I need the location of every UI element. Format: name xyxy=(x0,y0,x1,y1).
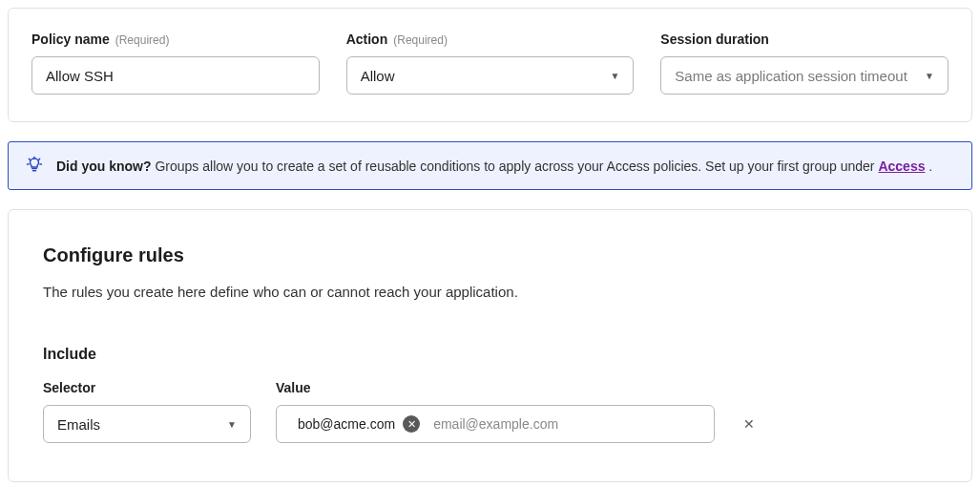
tag-text: bob@acme.com xyxy=(298,416,395,432)
policy-name-label: Policy name (Required) xyxy=(31,32,320,47)
configure-rules-card: Configure rules The rules you create her… xyxy=(8,209,972,482)
action-select-value: Allow xyxy=(361,68,395,84)
banner-link-access[interactable]: Access xyxy=(878,159,925,174)
label-text: Session duration xyxy=(660,32,769,47)
lightbulb-icon xyxy=(26,156,43,176)
policy-name-input-wrapper xyxy=(31,56,320,95)
rules-description: The rules you create here define who can… xyxy=(43,284,937,300)
value-column: Value bob@acme.com ✕ xyxy=(276,380,715,443)
banner-text: Did you know? Groups allow you to create… xyxy=(56,159,932,174)
caret-down-icon: ▼ xyxy=(227,419,237,430)
selector-label: Selector xyxy=(43,380,251,395)
selector-select[interactable]: Emails ▼ xyxy=(43,405,251,443)
tag-remove-button[interactable]: ✕ xyxy=(403,415,420,433)
action-field: Action (Required) Allow ▼ xyxy=(346,32,635,95)
session-duration-field: Session duration Same as application ses… xyxy=(660,32,949,95)
required-indicator: (Required) xyxy=(393,33,448,47)
banner-body-after: . xyxy=(925,159,932,174)
policy-name-input[interactable] xyxy=(46,68,305,84)
info-banner: Did you know? Groups allow you to create… xyxy=(8,141,972,190)
action-select[interactable]: Allow ▼ xyxy=(346,56,635,95)
remove-rule-button[interactable]: ✕ xyxy=(740,413,759,435)
value-input[interactable] xyxy=(433,416,706,432)
policy-form-card: Policy name (Required) Action (Required)… xyxy=(8,8,972,122)
label-text: Action xyxy=(346,32,388,47)
caret-down-icon: ▼ xyxy=(610,71,619,81)
caret-down-icon: ▼ xyxy=(925,71,934,81)
session-duration-placeholder: Same as application session timeout xyxy=(675,68,907,84)
banner-strong: Did you know? xyxy=(56,159,152,174)
label-text: Policy name xyxy=(31,32,110,47)
session-duration-label: Session duration xyxy=(660,32,949,47)
selector-value: Emails xyxy=(57,416,100,433)
svg-line-2 xyxy=(29,159,30,159)
value-label: Value xyxy=(276,380,715,395)
include-rule-row: Selector Emails ▼ Value bob@acme.com ✕ ✕ xyxy=(43,380,937,443)
policy-name-field: Policy name (Required) xyxy=(31,32,320,95)
email-tag: bob@acme.com ✕ xyxy=(284,412,426,436)
include-heading: Include xyxy=(43,346,937,363)
selector-column: Selector Emails ▼ xyxy=(43,380,251,443)
rules-title: Configure rules xyxy=(43,244,937,266)
required-indicator: (Required) xyxy=(115,33,170,47)
value-tags-input[interactable]: bob@acme.com ✕ xyxy=(276,405,715,443)
action-label: Action (Required) xyxy=(346,32,635,47)
banner-body-before: Groups allow you to create a set of reus… xyxy=(152,159,879,174)
svg-line-3 xyxy=(39,159,40,159)
session-duration-select[interactable]: Same as application session timeout ▼ xyxy=(660,56,949,95)
